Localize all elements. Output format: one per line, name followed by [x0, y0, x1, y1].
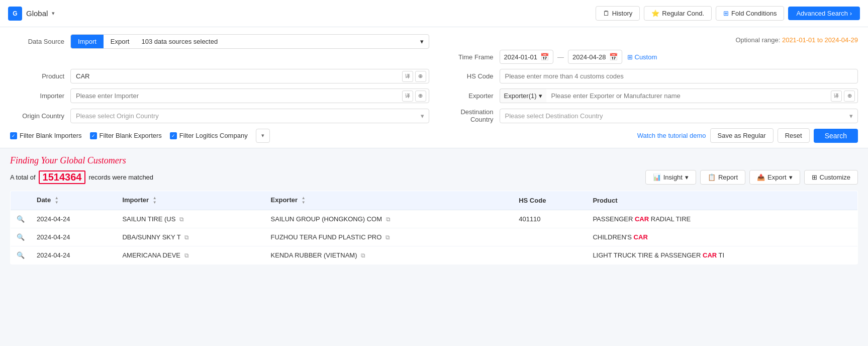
advanced-search-button[interactable]: Advanced Search › — [788, 7, 860, 20]
table-row: 🔍 2024-04-24 SAILUN TIRE (US ⧉ SAILUN GR… — [11, 210, 858, 228]
top-bar: G Global ▾ 🗒 History ⭐ Regular Cond. ⊞ F… — [0, 0, 868, 27]
copy-importer-icon-2[interactable]: ⧉ — [184, 234, 189, 241]
origin-country-label: Origin Country — [10, 112, 70, 120]
cell-exporter-3: KENDA RUBBER (VIETNAM) ⧉ — [265, 246, 513, 265]
th-hs-code: HS Code — [513, 191, 587, 210]
copy-exporter-icon-1[interactable]: ⧉ — [386, 216, 391, 223]
import-tab[interactable]: Import — [71, 35, 104, 48]
filter-blank-exporters-checkbox[interactable]: ✓ Filter Blank Exporters — [90, 132, 162, 139]
table-row: 🔍 2024-04-24 AMERICANA DEVE ⧉ KENDA RUBB… — [11, 246, 858, 265]
importer-translate-icon[interactable]: 译 — [402, 91, 413, 102]
results-actions: 📊 Insight ▾ 📋 Report 📤 Export ▾ ⊞ Custom… — [645, 170, 858, 185]
cell-product-2: CHILDREN'S CAR — [587, 228, 857, 246]
exporter-icon-btns: 译 ⊕ — [831, 91, 855, 102]
cb-blank-importers: ✓ — [10, 132, 17, 139]
results-area: Finding Your Global Customers A total of… — [0, 148, 868, 272]
exporter-translate-icon[interactable]: 译 — [831, 91, 842, 102]
calendar-icon[interactable]: 📅 — [540, 53, 549, 61]
grid-icon: ⊞ — [627, 53, 633, 61]
copy-importer-icon-1[interactable]: ⧉ — [179, 216, 184, 223]
export-button[interactable]: 📤 Export ▾ — [749, 170, 800, 185]
cell-exporter-2: FUZHOU TERA FUND PLASTIC PRO ⧉ — [265, 228, 513, 246]
th-date: Date ▲▼ — [31, 191, 116, 210]
importer-input[interactable] — [70, 89, 429, 103]
collapse-button[interactable]: ▾ — [256, 129, 270, 143]
th-action — [11, 191, 31, 210]
ds-tabs: Import Export — [71, 35, 136, 48]
origin-country-select[interactable]: Please select Origin Country — [70, 109, 429, 123]
copy-exporter-icon-3[interactable]: ⧉ — [361, 252, 365, 259]
importer-sort-icons[interactable]: ▲▼ — [153, 196, 157, 205]
data-source-label: Data Source — [10, 38, 70, 45]
cell-importer-1: SAILUN TIRE (US ⧉ — [116, 210, 264, 228]
customize-button[interactable]: ⊞ Customize — [804, 170, 858, 185]
data-sources-value[interactable]: 103 data sources selected ▾ — [136, 35, 428, 48]
row-search-icon-1[interactable]: 🔍 — [17, 215, 25, 223]
product-input[interactable] — [70, 69, 429, 83]
records-count-number: 1514364 — [39, 170, 86, 184]
filters-left: ✓ Filter Blank Importers ✓ Filter Blank … — [10, 129, 270, 143]
regular-cond-button[interactable]: ⭐ Regular Cond. — [644, 6, 712, 21]
importer-label: Importer — [10, 92, 70, 100]
promo-text: Finding Your Global Customers — [10, 155, 858, 166]
row-search-icon-2[interactable]: 🔍 — [17, 233, 25, 241]
top-bar-left: G Global ▾ — [8, 7, 55, 21]
cell-date-3: 2024-04-24 — [31, 246, 116, 265]
date-sort-icons[interactable]: ▲▼ — [55, 196, 59, 205]
copy-exporter-icon-2[interactable]: ⧉ — [385, 234, 390, 241]
save-as-regular-button[interactable]: Save as Regular — [710, 128, 774, 143]
destination-country-select[interactable]: Please select Destination Country — [500, 109, 858, 123]
copy-importer-icon-3[interactable]: ⧉ — [184, 252, 189, 259]
custom-button[interactable]: ⊞ Custom — [627, 53, 657, 61]
destination-country-label: Destination Country — [439, 108, 500, 123]
history-button[interactable]: 🗒 History — [596, 6, 640, 21]
time-frame-label: Time Frame — [439, 53, 500, 61]
watch-tutorial-link[interactable]: Watch the tutorial demo — [637, 132, 706, 139]
cell-exporter-1: SAILUN GROUP (HONGKONG) COM ⧉ — [265, 210, 513, 228]
export-chevron: ▾ — [789, 174, 793, 181]
row-search-icon-3[interactable]: 🔍 — [17, 251, 25, 259]
global-logo-icon: G — [8, 7, 22, 21]
reset-button[interactable]: Reset — [778, 128, 810, 143]
exporter-input[interactable] — [546, 89, 858, 103]
exporter-sort-icons[interactable]: ▲▼ — [302, 196, 306, 205]
cell-hs-2 — [513, 228, 587, 246]
importer-search-icon[interactable]: ⊕ — [415, 91, 426, 102]
filter-logistics-checkbox[interactable]: ✓ Filter Logitics Company — [170, 132, 248, 139]
history-icon: 🗒 — [603, 10, 610, 17]
filter-blank-importers-checkbox[interactable]: ✓ Filter Blank Importers — [10, 132, 82, 139]
destination-country-select-wrap: Please select Destination Country — [500, 109, 858, 123]
fold-conditions-button[interactable]: ⊞ Fold Conditions — [716, 6, 784, 21]
star-icon: ⭐ — [651, 10, 659, 17]
th-importer: Importer ▲▼ — [116, 191, 264, 210]
hs-code-input[interactable] — [500, 69, 858, 83]
filters-right: Watch the tutorial demo Save as Regular … — [637, 128, 858, 143]
export-tab[interactable]: Export — [104, 35, 137, 48]
hs-code-label: HS Code — [439, 72, 500, 80]
global-label: Global — [26, 9, 48, 18]
calendar-icon-2[interactable]: 📅 — [609, 53, 618, 61]
product-icon-btns: 译 ⊕ — [402, 71, 426, 82]
insight-chevron: ▾ — [685, 174, 689, 181]
exporter-prefix-select[interactable]: Exporter(1) ▾ — [500, 89, 546, 103]
cell-hs-1: 401110 — [513, 210, 587, 228]
date-start-input[interactable]: 2024-01-01 📅 — [500, 50, 554, 64]
translate-icon[interactable]: 译 — [402, 71, 413, 82]
importer-icon-btns: 译 ⊕ — [402, 91, 426, 102]
results-summary: A total of 1514364 records were matched … — [10, 170, 858, 185]
search-similar-icon[interactable]: ⊕ — [415, 71, 426, 82]
product-field-wrap: 译 ⊕ — [70, 69, 429, 83]
filters-row: ✓ Filter Blank Importers ✓ Filter Blank … — [10, 128, 858, 143]
insight-button[interactable]: 📊 Insight ▾ — [645, 170, 696, 185]
fold-icon: ⊞ — [723, 10, 729, 17]
date-end-input[interactable]: 2024-04-28 📅 — [568, 50, 622, 64]
chevron-down-icon[interactable]: ▾ — [52, 10, 55, 17]
exporter-search-icon[interactable]: ⊕ — [844, 91, 855, 102]
origin-country-select-wrap: Please select Origin Country — [70, 109, 429, 123]
product-label: Product — [10, 72, 70, 80]
export-icon: 📤 — [757, 174, 765, 181]
report-button[interactable]: 📋 Report — [700, 170, 745, 185]
search-area: Data Source Import Export 103 data sourc… — [0, 27, 868, 148]
search-button[interactable]: Search — [814, 129, 858, 143]
exporter-prefix-chevron: ▾ — [539, 92, 542, 100]
